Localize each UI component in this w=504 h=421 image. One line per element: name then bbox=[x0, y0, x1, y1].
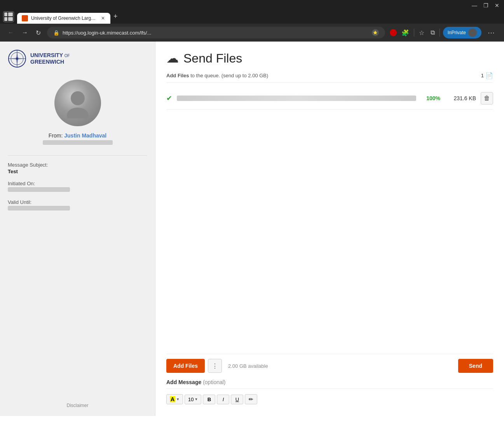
file-name-blurred bbox=[177, 96, 416, 101]
sidebar: UNIVERSITY of GREENWICH From: Justin Mad… bbox=[0, 42, 155, 416]
valid-until-label: Valid Until: bbox=[8, 199, 147, 205]
extension-icon: ⭐ bbox=[372, 29, 379, 36]
message-subject-section: Message Subject: Test bbox=[8, 159, 147, 177]
file-size: 231.6 KB bbox=[445, 95, 476, 101]
toolbar-divider bbox=[414, 29, 414, 37]
sidebar-toggle-button[interactable] bbox=[3, 11, 14, 22]
file-doc-icon: 📄 bbox=[485, 72, 493, 79]
font-size-dropdown-arrow: ▼ bbox=[195, 397, 198, 401]
profile-avatar bbox=[468, 28, 477, 37]
from-label: From: bbox=[49, 132, 63, 139]
disclaimer-text: Disclaimer bbox=[66, 395, 88, 408]
bottom-bar: Add Files ⋮ 2.00 GB available Send bbox=[166, 354, 493, 373]
font-dropdown-arrow: ▼ bbox=[176, 397, 180, 401]
lock-icon: 🔒 bbox=[53, 30, 59, 36]
window-controls: — ❐ ✕ bbox=[472, 2, 499, 9]
trash-icon: 🗑 bbox=[484, 95, 490, 102]
send-files-header: ☁ Send Files bbox=[166, 51, 493, 66]
initiated-on-label: Initiated On: bbox=[8, 181, 147, 186]
font-button[interactable]: A ▼ bbox=[166, 394, 183, 404]
user-avatar bbox=[54, 80, 101, 126]
svg-point-8 bbox=[67, 108, 89, 118]
active-tab[interactable]: University of Greenwich Large Fi ✕ bbox=[17, 13, 110, 24]
message-subject-value: Test bbox=[8, 169, 147, 174]
add-message-label: Add Message (optional) bbox=[166, 379, 493, 385]
main-content: ☁ Send Files Add Files to the queue. (se… bbox=[155, 42, 504, 416]
university-logo-icon bbox=[8, 49, 26, 68]
inprivate-button[interactable]: InPrivate bbox=[443, 27, 481, 38]
inprivate-label: InPrivate bbox=[448, 30, 466, 35]
font-size-button[interactable]: 10 ▼ bbox=[185, 395, 201, 404]
restore-button[interactable]: ❐ bbox=[483, 2, 488, 9]
more-menu-button[interactable]: ⋯ bbox=[485, 27, 498, 38]
add-message-section: Add Message (optional) A ▼ 10 ▼ B I U bbox=[166, 379, 493, 407]
address-bar: ← → ↻ 🔒 https://uog.login-uk.mimecast.co… bbox=[0, 24, 504, 42]
add-files-button[interactable]: Add Files bbox=[166, 359, 205, 373]
underline-button[interactable]: U bbox=[231, 395, 243, 404]
university-name: UNIVERSITY of GREENWICH bbox=[30, 52, 70, 65]
more-options-icon: ⋮ bbox=[212, 362, 218, 370]
valid-until-value bbox=[8, 206, 147, 212]
initiated-on-section: Initiated On: bbox=[8, 177, 147, 196]
url-bar[interactable]: 🔒 https://uog.login-uk.mimecast.com/lfs/… bbox=[47, 27, 385, 38]
file-row: ✔ 100% 231.6 KB 🗑 bbox=[166, 87, 493, 110]
more-options-button[interactable]: ⋮ bbox=[208, 359, 222, 373]
queue-info-text: Add Files to the queue. (send up to 2.00… bbox=[166, 73, 268, 78]
browser-chrome: — ❐ ✕ University of Greenwich Large Fi ✕… bbox=[0, 0, 504, 42]
file-queue-info: Add Files to the queue. (send up to 2.00… bbox=[166, 72, 493, 83]
tab-favicon bbox=[22, 15, 28, 21]
logo-area: UNIVERSITY of GREENWICH bbox=[8, 49, 147, 68]
eraser-icon: ✏ bbox=[249, 396, 253, 402]
refresh-button[interactable]: ↻ bbox=[34, 28, 42, 38]
file-count-badge: 1 📄 bbox=[481, 72, 493, 79]
new-tab-button[interactable]: + bbox=[110, 11, 121, 22]
extensions-icon[interactable]: 🧩 bbox=[400, 28, 411, 38]
storage-info: 2.00 GB available bbox=[225, 363, 455, 369]
svg-point-7 bbox=[71, 91, 85, 105]
message-divider bbox=[166, 388, 493, 389]
tab-bar: University of Greenwich Large Fi ✕ + bbox=[0, 11, 504, 24]
delete-file-button[interactable]: 🗑 bbox=[481, 92, 493, 104]
forward-button[interactable]: → bbox=[20, 28, 30, 38]
tab-title-text: University of Greenwich Large Fi bbox=[31, 16, 97, 21]
close-button[interactable]: ✕ bbox=[495, 2, 499, 9]
collections-icon[interactable]: ⧉ bbox=[429, 28, 436, 38]
title-bar: — ❐ ✕ bbox=[0, 0, 504, 11]
highlight-font-icon: A bbox=[170, 396, 175, 402]
file-count: 1 bbox=[481, 73, 484, 78]
from-email bbox=[43, 140, 113, 146]
bold-button[interactable]: B bbox=[203, 395, 215, 404]
cloud-upload-icon: ☁ bbox=[166, 51, 179, 66]
initiated-on-value bbox=[8, 187, 147, 193]
sidebar-divider-1 bbox=[8, 155, 147, 156]
check-icon: ✔ bbox=[166, 94, 172, 103]
file-percent: 100% bbox=[421, 95, 440, 101]
minimize-button[interactable]: — bbox=[472, 2, 477, 9]
tab-close-button[interactable]: ✕ bbox=[100, 16, 106, 21]
svg-point-6 bbox=[16, 57, 18, 60]
toolbar-icons: 🧩 ☆ ⧉ InPrivate ⋯ bbox=[390, 27, 498, 38]
font-size-value: 10 bbox=[188, 397, 194, 402]
from-name: Justin Madhaval bbox=[64, 132, 106, 139]
eraser-button[interactable]: ✏ bbox=[245, 394, 257, 404]
favorites-icon[interactable]: ☆ bbox=[417, 28, 426, 38]
italic-button[interactable]: I bbox=[217, 395, 229, 404]
message-subject-label: Message Subject: bbox=[8, 162, 147, 168]
url-text: https://uog.login-uk.mimecast.com/lfs/..… bbox=[63, 30, 369, 36]
toolbar-divider-2 bbox=[439, 29, 440, 37]
valid-until-section: Valid Until: bbox=[8, 196, 147, 215]
from-section: From: Justin Madhaval bbox=[8, 132, 147, 139]
recording-indicator bbox=[390, 29, 397, 36]
page-content: UNIVERSITY of GREENWICH From: Justin Mad… bbox=[0, 42, 504, 416]
avatar-silhouette bbox=[62, 87, 93, 118]
formatting-toolbar: A ▼ 10 ▼ B I U ✏ bbox=[166, 392, 493, 407]
back-button[interactable]: ← bbox=[6, 28, 16, 38]
send-button[interactable]: Send bbox=[458, 359, 493, 373]
optional-label: (optional) bbox=[203, 379, 225, 385]
send-files-title: Send Files bbox=[183, 51, 242, 66]
